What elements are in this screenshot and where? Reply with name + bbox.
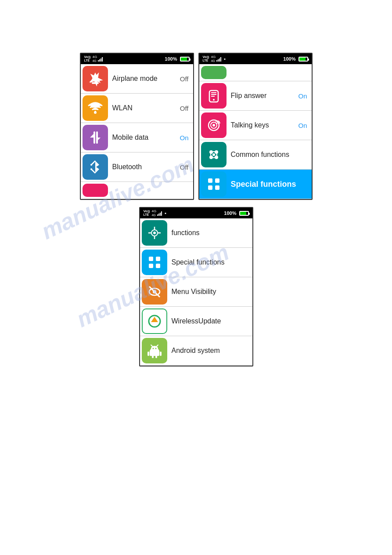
screen2-battery-icon: [298, 57, 308, 62]
svg-marker-5: [97, 138, 101, 141]
signal-bar-1: [98, 60, 99, 62]
signal-bar-2: [99, 59, 100, 62]
svg-rect-35: [156, 264, 160, 268]
screen3-special-functions-label: Special functions: [169, 248, 252, 277]
screen2-partial-icon-box: [201, 66, 227, 79]
screen3-carrier: Vo))LTE: [144, 210, 150, 217]
android-icon: [147, 343, 162, 359]
page-container: Vo))LTE 4G4G 100%: [0, 0, 392, 555]
screen2-status-left: Vo))LTE 4G4G ▪: [203, 55, 226, 63]
screen2-4g: 4G4G: [211, 55, 216, 63]
screen1-battery-fill: [181, 58, 187, 61]
screen1-4g: 4G4G: [92, 55, 97, 63]
screen2-status-right: 100%: [283, 56, 308, 62]
bluetooth-label: Bluetooth: [110, 152, 180, 181]
common-functions-icon-box: [201, 142, 227, 167]
screen2-row-flip-answer[interactable]: Flip answer On: [199, 81, 312, 111]
screen3-status-left: Vo))LTE 4G4G ▪: [144, 209, 167, 217]
screen1-row-mobile-data[interactable]: Mobile data On: [81, 123, 193, 152]
flip-icon: [206, 88, 222, 104]
partial-icon-box: [83, 184, 108, 197]
screen3-signal-bar-4: [161, 211, 162, 216]
svg-rect-22: [208, 178, 212, 183]
svg-point-1: [94, 111, 97, 114]
svg-rect-24: [208, 185, 212, 190]
screenshots-top-row: Vo))LTE 4G4G 100%: [80, 53, 313, 200]
screen1-status-right: 100%: [165, 56, 189, 62]
screen3-row-wireless-update[interactable]: WirelessUpdate: [140, 307, 252, 336]
svg-point-7: [90, 168, 92, 170]
mobile-data-label: Mobile data: [110, 123, 180, 152]
screen1: Vo))LTE 4G4G 100%: [80, 53, 194, 200]
screen3-row-functions-top[interactable]: functions: [140, 218, 252, 248]
special-grid2-icon: [147, 254, 162, 270]
flip-answer-icon-box: [201, 83, 227, 109]
bluetooth-icon-box: [83, 154, 108, 180]
screen1-row-wlan[interactable]: WLAN Off: [81, 94, 193, 123]
screen2-partial-label: [228, 64, 312, 81]
svg-point-27: [153, 232, 156, 234]
svg-rect-0: [92, 82, 99, 84]
screen3-status-bar: Vo))LTE 4G4G ▪ 100%: [140, 208, 252, 218]
screen3-row-menu-visibility[interactable]: Menu Visibility: [140, 277, 252, 307]
svg-rect-33: [156, 257, 160, 261]
screen1-row-airplane[interactable]: Airplane mode Off: [81, 64, 193, 94]
screen3-special-functions-icon-box: [142, 250, 167, 275]
screen1-status-left: Vo))LTE 4G4G: [84, 55, 103, 63]
screen2-carrier: Vo))LTE: [203, 55, 209, 62]
screen2-row-common-functions[interactable]: Common functions: [199, 140, 312, 170]
settings-grid-icon: [206, 147, 222, 163]
screen3-row-android-system[interactable]: Android system: [140, 336, 252, 366]
wireless-update-icon-box: [142, 308, 167, 334]
functions-top-label: functions: [169, 218, 252, 247]
screen1-signal-icon: [98, 56, 103, 62]
special-grid-icon: [206, 176, 222, 192]
svg-point-44: [152, 348, 154, 349]
bluetooth-icon: [87, 159, 103, 175]
special-functions-label: Special functions: [228, 170, 312, 199]
svg-rect-32: [149, 257, 153, 261]
screen2-row-special-functions[interactable]: Special functions: [199, 170, 312, 199]
mobile-data-value: On: [180, 123, 193, 152]
screen1-status-bar: Vo))LTE 4G4G 100%: [81, 54, 193, 64]
screen2-row-talking-keys[interactable]: Talking keys On: [199, 111, 312, 140]
screen3-row-special-functions[interactable]: Special functions: [140, 248, 252, 277]
screen2-signal-icon: [216, 56, 221, 62]
screen3: Vo))LTE 4G4G ▪ 100%: [139, 207, 253, 366]
talking-keys-icon-box: [201, 112, 227, 138]
android-system-label: Android system: [169, 336, 252, 365]
airplane-value: Off: [180, 64, 193, 93]
screen2-signal-bar-2: [218, 59, 219, 62]
signal-bar-4: [102, 57, 103, 62]
airplane-icon: [87, 71, 103, 87]
screen3-battery-fill: [240, 212, 246, 215]
signal-bar-3: [101, 58, 101, 62]
svg-rect-48: [147, 352, 149, 356]
screen1-battery-tip: [190, 58, 191, 61]
screen1-battery-pct: 100%: [165, 56, 177, 62]
talking-icon: [206, 117, 222, 133]
svg-line-47: [157, 345, 158, 346]
screen2-battery-tip: [308, 58, 309, 61]
wifi-icon: [87, 100, 103, 116]
android-system-icon-box: [142, 338, 167, 363]
svg-rect-2: [94, 131, 95, 144]
screen2-partial-top-row: [199, 64, 312, 81]
screen3-signal-bar-3: [160, 213, 161, 216]
settings-grid2-icon: [147, 225, 162, 241]
eye-slash-icon: [147, 284, 162, 300]
svg-marker-4: [90, 134, 94, 138]
functions-top-icon-box: [142, 220, 167, 246]
screen1-row-bluetooth[interactable]: Bluetooth Off: [81, 152, 193, 182]
screen2-signal-bar-1: [216, 60, 217, 62]
svg-point-15: [212, 124, 215, 127]
common-functions-label: Common functions: [228, 140, 312, 169]
screen2-status-bar: Vo))LTE 4G4G ▪ 100%: [199, 54, 312, 64]
svg-marker-40: [151, 317, 158, 322]
menu-visibility-label: Menu Visibility: [169, 277, 252, 306]
wlan-icon-box: [83, 95, 108, 121]
screen1-battery-icon: [180, 57, 190, 62]
svg-rect-34: [149, 264, 153, 268]
screen3-battery-pct: 100%: [224, 210, 236, 216]
update-arrow-icon: [147, 313, 162, 329]
